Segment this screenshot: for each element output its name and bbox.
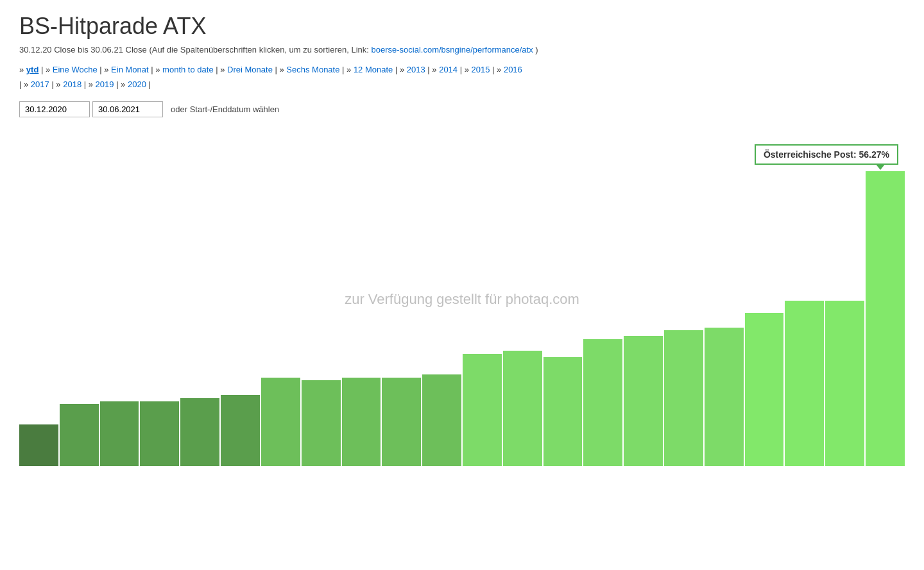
nav-item-Drei-Monate[interactable]: Drei Monate	[227, 65, 273, 74]
end-date-input[interactable]	[92, 101, 163, 117]
bar	[19, 424, 58, 465]
nav-item-Ein-Monat[interactable]: Ein Monat	[111, 65, 149, 74]
bar	[705, 328, 744, 466]
nav-item-2014[interactable]: 2014	[439, 65, 458, 74]
bar	[543, 357, 583, 466]
bar	[583, 339, 622, 466]
bar	[463, 354, 502, 466]
nav-item-2016[interactable]: 2016	[504, 65, 522, 74]
bar	[342, 378, 381, 466]
date-label: oder Start-/Enddatum wählen	[171, 105, 279, 114]
bar	[261, 378, 300, 466]
start-date-input[interactable]	[19, 101, 90, 117]
nav-item-2015[interactable]: 2015	[472, 65, 490, 74]
bar	[140, 401, 179, 466]
subtitle-link[interactable]: boerse-social.com/bsngine/performance/at…	[372, 45, 533, 54]
bar	[664, 330, 703, 466]
tooltip-box: Österreichische Post: 56.27%	[755, 144, 898, 165]
bar	[785, 301, 824, 466]
bar	[60, 404, 99, 466]
nav-item-Sechs-Monate[interactable]: Sechs Monate	[286, 65, 339, 74]
bar	[745, 313, 784, 466]
nav-item-12-Monate[interactable]: 12 Monate	[354, 65, 393, 74]
nav-item-2020[interactable]: 2020	[128, 80, 146, 89]
bars-wrapper	[19, 133, 905, 466]
chart-container: Österreichische Post: 56.27% zur Verfügu…	[19, 133, 905, 466]
bar	[624, 336, 663, 465]
nav-item-2017[interactable]: 2017	[31, 80, 49, 89]
nav-links: » ytd | » Eine Woche | » Ein Monat | » m…	[19, 62, 905, 92]
bar	[825, 301, 864, 466]
bar	[382, 378, 421, 466]
page-title: BS-Hitparade ATX	[19, 13, 905, 40]
bar	[302, 380, 341, 465]
bar	[422, 374, 461, 466]
nav-item-Eine-Woche[interactable]: Eine Woche	[53, 65, 98, 74]
nav-item-month-to-date[interactable]: month to date	[162, 65, 214, 74]
nav-item-ytd[interactable]: ytd	[26, 65, 39, 74]
bar	[100, 401, 139, 466]
bar	[866, 171, 905, 466]
bar	[221, 395, 260, 465]
nav-item-2018[interactable]: 2018	[63, 80, 81, 89]
bar	[180, 398, 219, 466]
nav-item-2013[interactable]: 2013	[407, 65, 425, 74]
subtitle: 30.12.20 Close bis 30.06.21 Close (Auf d…	[19, 45, 905, 54]
date-row: oder Start-/Enddatum wählen	[19, 101, 905, 117]
nav-item-2019[interactable]: 2019	[96, 80, 114, 89]
bar	[503, 351, 542, 465]
